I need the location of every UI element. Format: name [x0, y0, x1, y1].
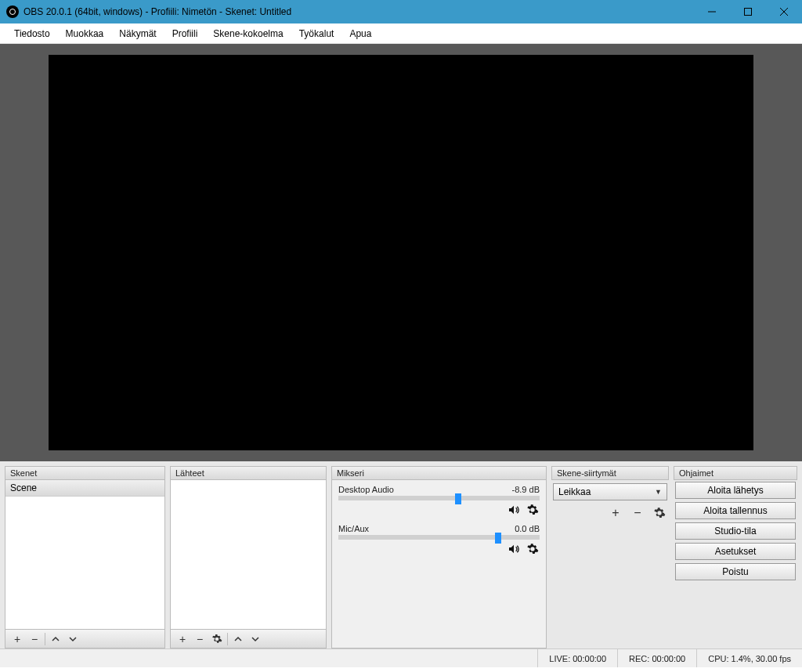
- scenes-panel-header: Skenet: [5, 466, 165, 480]
- menu-profile[interactable]: Profiili: [164, 25, 206, 42]
- remove-transition-button[interactable]: −: [630, 505, 645, 521]
- speaker-icon[interactable]: [507, 543, 521, 555]
- menu-file[interactable]: Tiedosto: [6, 25, 58, 42]
- maximize-button[interactable]: [730, 0, 766, 23]
- transition-selected: Leikkaa: [558, 486, 591, 497]
- menu-tools[interactable]: Työkalut: [291, 25, 342, 42]
- exit-button[interactable]: Poistu: [675, 563, 796, 580]
- menu-scene-collection[interactable]: Skene-kokoelma: [205, 25, 291, 42]
- menubar: Tiedosto Muokkaa Näkymät Profiili Skene-…: [0, 23, 802, 44]
- sources-panel-header: Lähteet: [170, 466, 327, 480]
- scene-move-up-button[interactable]: [47, 631, 64, 647]
- source-move-up-button[interactable]: [229, 631, 247, 647]
- status-spacer: [0, 649, 537, 667]
- scene-item[interactable]: Scene: [5, 480, 164, 497]
- scenes-list[interactable]: Scene: [5, 480, 165, 630]
- transition-properties-button[interactable]: [652, 505, 667, 521]
- mixer-channel-mic: Mic/Aux 0.0 dB: [338, 524, 540, 555]
- start-streaming-button[interactable]: Aloita lähetys: [675, 482, 796, 499]
- menu-help[interactable]: Apua: [341, 25, 379, 42]
- add-scene-button[interactable]: +: [9, 631, 26, 647]
- transitions-body: Leikkaa + −: [551, 480, 669, 524]
- controls-body: Aloita lähetys Aloita tallennus Studio-t…: [674, 480, 797, 582]
- add-source-button[interactable]: +: [174, 631, 191, 647]
- sources-toolbar: + −: [170, 630, 327, 649]
- sources-list[interactable]: [170, 480, 327, 630]
- mixer-channel-name: Mic/Aux: [338, 524, 369, 533]
- mixer-channel-db: 0.0 dB: [515, 524, 540, 533]
- studio-mode-button[interactable]: Studio-tila: [675, 522, 796, 540]
- status-live: LIVE: 00:00:00: [537, 649, 617, 667]
- mixer-channel-name: Desktop Audio: [338, 485, 394, 494]
- mixer-panel-header: Mikseri: [331, 466, 547, 480]
- dock-panels: Skenet Scene + − Lähteet + − Mikseri: [0, 461, 802, 649]
- scene-move-down-button[interactable]: [64, 631, 81, 647]
- preview-canvas[interactable]: [49, 55, 753, 450]
- transition-select[interactable]: Leikkaa: [553, 483, 667, 500]
- statusbar: LIVE: 00:00:00 REC: 00:00:00 CPU: 1.4%, …: [0, 649, 802, 667]
- remove-scene-button[interactable]: −: [26, 631, 43, 647]
- scenes-toolbar: + −: [5, 630, 165, 649]
- svg-rect-1: [745, 9, 752, 16]
- source-properties-button[interactable]: [208, 631, 226, 647]
- controls-panel-header: Ohjaimet: [674, 466, 797, 480]
- settings-button[interactable]: Asetukset: [675, 543, 796, 560]
- mixer-channel-desktop: Desktop Audio -8.9 dB: [338, 485, 540, 516]
- transitions-panel-header: Skene-siirtymät: [551, 466, 669, 480]
- remove-source-button[interactable]: −: [191, 631, 208, 647]
- titlebar: OBS 20.0.1 (64bit, windows) - Profiili: …: [0, 0, 802, 23]
- mixer-body: Desktop Audio -8.9 dB Mic/Aux 0.0 dB: [331, 480, 547, 649]
- close-button[interactable]: [766, 0, 802, 23]
- menu-view[interactable]: Näkymät: [111, 25, 164, 42]
- mixer-slider-desktop[interactable]: [338, 496, 540, 500]
- speaker-icon[interactable]: [507, 504, 521, 516]
- preview-area: [0, 44, 802, 461]
- status-rec: REC: 00:00:00: [617, 649, 696, 667]
- menu-edit[interactable]: Muokkaa: [58, 25, 112, 42]
- start-recording-button[interactable]: Aloita tallennus: [675, 502, 796, 519]
- minimize-button[interactable]: [694, 0, 730, 23]
- window-title: OBS 20.0.1 (64bit, windows) - Profiili: …: [23, 6, 694, 17]
- gear-icon[interactable]: [526, 543, 540, 555]
- mixer-slider-mic[interactable]: [338, 535, 540, 540]
- source-move-down-button[interactable]: [247, 631, 264, 647]
- obs-logo-icon: [6, 5, 19, 18]
- mixer-channel-db: -8.9 dB: [512, 485, 540, 494]
- status-cpu: CPU: 1.4%, 30.00 fps: [696, 649, 802, 667]
- add-transition-button[interactable]: +: [608, 505, 623, 521]
- gear-icon[interactable]: [526, 504, 540, 516]
